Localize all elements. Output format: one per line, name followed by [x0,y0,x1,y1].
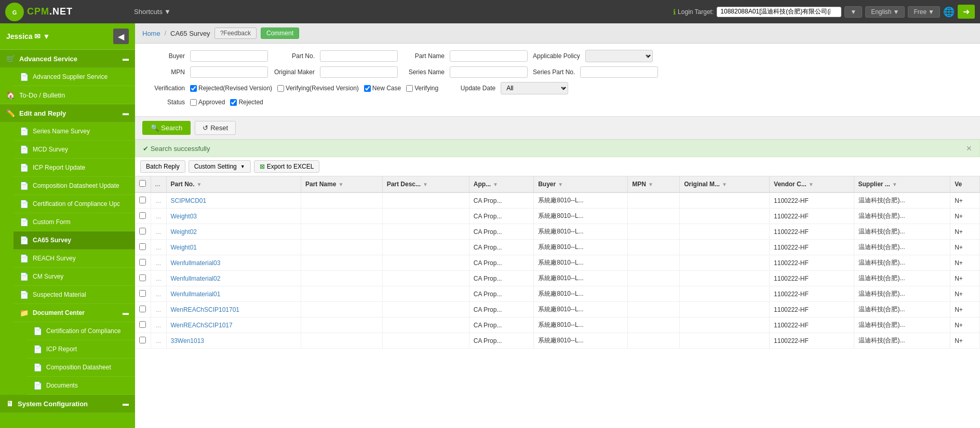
checkbox-new-case-input[interactable] [364,85,371,92]
row-checkbox-6[interactable] [139,290,146,297]
row-checkbox-4[interactable] [139,259,146,266]
sidebar-item-advanced-service[interactable]: 🛒 Advanced Service ▬ [0,50,135,68]
row-checkbox-3[interactable] [139,243,146,250]
filter-icon-supplier[interactable]: ▼ [892,182,897,187]
row-part-no[interactable]: WenREAChSCIP1017 [166,317,301,333]
table-header-row: ... Part No. ▼ Part Name ▼ [135,176,980,192]
sidebar-item-edit-reply[interactable]: ✏️ Edit and Reply ▬ [0,104,135,122]
sidebar-item-ca65-survey[interactable]: 📄 CA65 Survey [14,231,135,250]
sidebar-item-certification-of-compliance[interactable]: 📄 Certification of Compliance [27,322,135,340]
update-date-select[interactable]: All [501,82,568,94]
row-checkbox-cell [135,317,151,333]
col-original-m: Original M... ▼ [680,176,770,192]
original-maker-input[interactable] [320,66,398,78]
plan-button[interactable]: Free ▼ [908,6,940,18]
part-no-input[interactable] [320,50,398,62]
applicable-policy-label: Applicable Policy [533,52,580,60]
sidebar-item-reach-survey[interactable]: 📄 REACH Survey [14,250,135,268]
comment-button[interactable]: Comment [261,27,299,39]
batch-reply-button[interactable]: Batch Reply [140,160,185,173]
filter-icon-vendor-c[interactable]: ▼ [809,182,814,187]
row-part-no[interactable]: Wenfullmaterial03 [166,255,301,271]
row-original-m [680,286,770,302]
row-original-m [680,240,770,255]
checkbox-verifying-revised[interactable]: Verifying(Revised Version) [277,85,359,92]
buyer-input[interactable] [190,50,268,62]
search-button[interactable]: 🔍 Search [142,121,191,135]
filter-icon-part-no[interactable]: ▼ [197,182,202,187]
feedback-button[interactable]: ?Feedback [214,27,257,39]
dropdown-arrow-button[interactable]: ▼ [844,6,862,18]
row-supplier: 温迪科技(合肥)... [854,333,950,349]
row-part-no[interactable]: 33Wen1013 [166,333,301,349]
row-part-no[interactable]: Weight01 [166,240,301,255]
sidebar-item-advanced-supplier-service[interactable]: 📄 Advanced Supplier Service [14,68,135,86]
row-checkbox-8[interactable] [139,321,146,328]
checkbox-rejected-revised-input[interactable] [190,85,197,92]
sidebar-item-custom-form[interactable]: 📄 Custom Form [14,213,135,231]
shortcuts-button[interactable]: Shortcuts ▼ [134,8,171,16]
row-app: CA Prop... [469,224,533,240]
language-button[interactable]: English ▼ [865,6,905,18]
checkbox-verifying-revised-input[interactable] [277,85,284,92]
row-part-no[interactable]: Wenfullmaterial02 [166,271,301,286]
row-checkbox-cell [135,271,151,286]
row-checkbox-1[interactable] [139,212,146,219]
breadcrumb-home[interactable]: Home [142,30,160,37]
series-part-no-input[interactable] [580,66,658,78]
checkbox-verifying-input[interactable] [406,85,413,92]
main-layout: Jessica ✉ ▼ ◀ 🛒 Advanced Service ▬ 📄 Adv… [0,23,980,428]
checkbox-verifying[interactable]: Verifying [406,85,438,92]
col-supplier: Supplier ... ▼ [854,176,950,192]
sidebar-item-series-name-survey[interactable]: 📄 Series Name Survey [14,122,135,141]
select-all-checkbox[interactable] [139,180,146,187]
row-checkbox-2[interactable] [139,228,146,234]
sidebar-item-documents[interactable]: 📄 Documents [27,377,135,395]
sidebar-item-mcd-survey[interactable]: 📄 MCD Survey [14,141,135,159]
row-part-no[interactable]: Weight03 [166,209,301,224]
row-checkbox-9[interactable] [139,337,146,343]
row-part-no[interactable]: SCIPMCD01 [166,192,301,209]
sidebar-item-cm-survey[interactable]: 📄 CM Survey [14,268,135,286]
sidebar-item-icp-report-update[interactable]: 📄 ICP Report Update [14,159,135,177]
back-button[interactable]: ◀ [113,29,129,44]
login-target-input[interactable] [717,7,841,17]
checkbox-approved[interactable]: Approved [190,99,225,106]
sidebar-item-composition-datasheet-update[interactable]: 📄 Composition Datasheet Update [14,177,135,195]
filter-icon-part-name[interactable]: ▼ [338,182,343,187]
checkbox-new-case[interactable]: New Case [364,85,401,92]
checkbox-rejected-input[interactable] [230,99,237,106]
row-checkbox-0[interactable] [139,197,146,203]
row-part-no[interactable]: Wenfullmaterial01 [166,286,301,302]
filter-icon-app[interactable]: ▼ [493,182,498,187]
mpn-input[interactable] [190,66,268,78]
sidebar-item-document-center[interactable]: 📁 Document Center ▬ [14,304,135,322]
sidebar-item-composition-datasheet[interactable]: 📄 Composition Datasheet [27,358,135,377]
checkbox-approved-input[interactable] [190,99,197,106]
sidebar-item-certification-compliance-upc[interactable]: 📄 Certification of Compliance Upc [14,195,135,213]
custom-setting-button[interactable]: Custom Setting [189,160,251,173]
row-checkbox-5[interactable] [139,274,146,281]
filter-icon-part-desc[interactable]: ▼ [423,182,428,187]
reset-button[interactable]: ↺ Reset [195,121,236,135]
row-part-no[interactable]: WenREAChSCIP101701 [166,302,301,317]
globe-button[interactable]: 🌐 [943,6,955,18]
sidebar-item-suspected-material[interactable]: 📄 Suspected Material [14,286,135,304]
filter-icon-mpn[interactable]: ▼ [648,182,653,187]
part-name-input[interactable] [450,50,528,62]
checkbox-rejected-revised[interactable]: Rejected(Revised Version) [190,85,272,92]
row-part-no[interactable]: Weight02 [166,224,301,240]
applicable-policy-select[interactable] [585,50,653,62]
row-checkbox-7[interactable] [139,306,146,312]
sidebar-item-icp-report[interactable]: 📄 ICP Report [27,340,135,358]
export-excel-button[interactable]: ⊠ Export to EXCEL [254,160,320,173]
close-success-button[interactable]: ✕ [966,144,972,153]
logout-button[interactable]: ➜ [958,5,975,19]
row-checkbox-cell [135,240,151,255]
sidebar-item-todo-bulletin[interactable]: 🏠 To-Do / Bulletin [0,86,135,104]
sidebar-item-system-config[interactable]: 🖥 System Configuration ▬ [0,395,135,413]
checkbox-rejected[interactable]: Rejected [230,99,263,106]
series-name-input[interactable] [450,66,528,78]
filter-icon-original-m[interactable]: ▼ [722,182,727,187]
filter-icon-buyer[interactable]: ▼ [558,182,563,187]
